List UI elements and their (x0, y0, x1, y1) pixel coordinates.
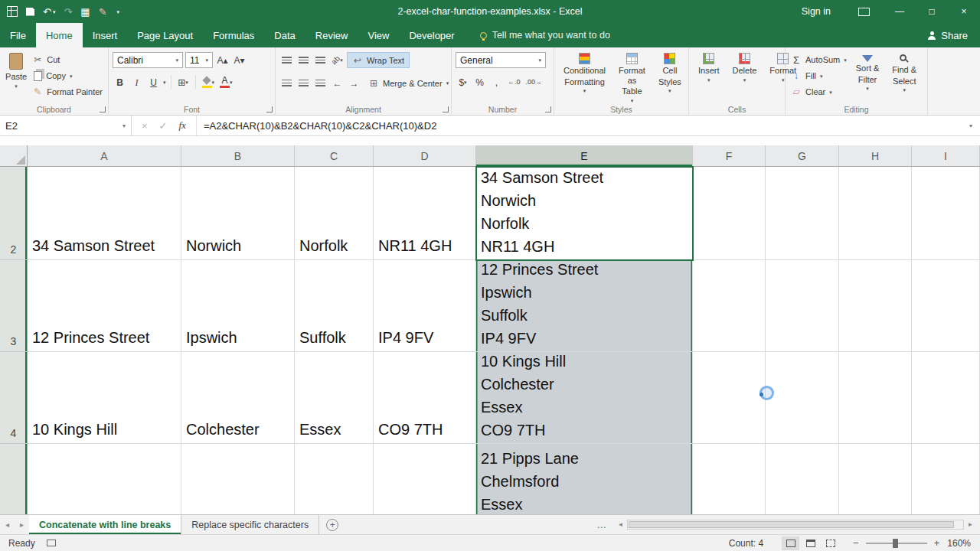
tab-developer[interactable]: Developer (399, 23, 464, 47)
format-as-table-button[interactable]: Format as Table ▾ (613, 50, 651, 103)
cell-b4[interactable]: Colchester (181, 352, 295, 444)
cell-c2[interactable]: Norfolk (295, 167, 374, 260)
cell-h4[interactable] (839, 352, 912, 444)
cell-d5[interactable] (374, 444, 476, 514)
increase-font-size-button[interactable]: A▴ (215, 53, 230, 67)
new-sheet-button[interactable]: + (319, 515, 345, 534)
display-settings-icon[interactable] (858, 8, 870, 16)
align-left-button[interactable] (279, 76, 294, 90)
align-bottom-button[interactable] (313, 53, 328, 67)
column-header-d[interactable]: D (374, 145, 476, 167)
merge-center-button[interactable]: ⊞Merge & Center▾ (364, 75, 453, 91)
zoom-in-button[interactable]: + (934, 537, 940, 549)
tab-review[interactable]: Review (305, 23, 358, 47)
tab-insert[interactable]: Insert (83, 23, 128, 47)
tab-formulas[interactable]: Formulas (203, 23, 264, 47)
cell-f5[interactable] (693, 444, 766, 514)
increase-decimal-button[interactable]: ←.0 (506, 75, 522, 90)
cell-g5[interactable] (766, 444, 839, 514)
increase-indent-button[interactable]: → (347, 76, 361, 90)
column-header-f[interactable]: F (693, 145, 766, 167)
zoom-slider-thumb[interactable] (893, 539, 898, 548)
cell-styles-button[interactable]: Cell Styles ▾ (653, 50, 687, 103)
column-header-e[interactable]: E (476, 145, 693, 167)
font-name-select[interactable]: Calibri▾ (113, 52, 183, 68)
cell-c3[interactable]: Suffolk (295, 260, 374, 352)
insert-function-icon[interactable]: fx (179, 119, 186, 132)
enter-icon[interactable]: ✓ (159, 120, 168, 132)
sheet-tab-concatenate[interactable]: Concatenate with line breaks (29, 515, 181, 534)
cell-b3[interactable]: Ipswich (181, 260, 295, 352)
cell-d4[interactable]: CO9 7TH (374, 352, 476, 444)
orientation-button[interactable]: ab▾ (330, 53, 345, 67)
cell-e2-active[interactable]: 34 Samson Street Norwich Norfolk NR11 4G… (476, 167, 693, 260)
cut-button[interactable]: ✂Cut (31, 54, 104, 66)
scrollbar-track[interactable] (627, 520, 964, 530)
autosum-button[interactable]: ΣAutoSum▾ (789, 54, 848, 66)
paste-button[interactable]: Paste ▾ (4, 50, 28, 103)
zoom-level[interactable]: 160% (947, 538, 980, 549)
sign-in-link[interactable]: Sign in (788, 6, 844, 17)
inking-button[interactable]: ✎ (99, 7, 107, 17)
tab-home[interactable]: Home (36, 23, 83, 47)
cell-e4[interactable]: 10 Kings Hill Colchester Essex CO9 7TH (476, 352, 693, 444)
clipboard-dialog-launcher-icon[interactable] (100, 106, 106, 112)
cell-f3[interactable] (693, 260, 766, 352)
excel-app-icon[interactable] (7, 6, 18, 17)
tab-scroll-right-icon[interactable]: ▸ (15, 515, 29, 534)
cell-c5[interactable] (295, 444, 374, 514)
row-header-3[interactable]: 3 (0, 260, 28, 352)
font-size-select[interactable]: 11▾ (185, 52, 213, 68)
fill-color-button[interactable]: ▾ (201, 75, 217, 90)
fill-button[interactable]: ↓Fill▾ (789, 70, 848, 82)
copy-button[interactable]: Copy▾ (31, 70, 104, 82)
name-box[interactable]: E2 ▾ (0, 116, 132, 135)
maximize-button[interactable]: □ (916, 0, 948, 23)
alignment-dialog-launcher-icon[interactable] (443, 106, 449, 112)
sort-filter-button[interactable]: Sort & Filter ▾ (851, 50, 885, 103)
horizontal-scrollbar[interactable]: ◄ ► (614, 515, 980, 534)
align-center-button[interactable] (296, 76, 311, 90)
wrap-text-button[interactable]: ↩Wrap Text (347, 52, 410, 68)
cell-e5[interactable]: 21 Pipps Lane Chelmsford Essex (476, 444, 693, 514)
clear-button[interactable]: ▱Clear▾ (789, 86, 848, 98)
page-break-view-button[interactable] (822, 536, 839, 550)
column-header-a[interactable]: A (28, 145, 181, 167)
tell-me-box[interactable]: Tell me what you want to do (480, 23, 610, 47)
page-layout-view-button[interactable] (802, 536, 819, 550)
tab-file[interactable]: File (0, 23, 36, 47)
cell-d3[interactable]: IP4 9FV (374, 260, 476, 352)
comma-style-button[interactable]: , (489, 75, 504, 90)
scroll-right-icon[interactable]: ► (964, 521, 977, 528)
align-top-button[interactable] (279, 53, 294, 67)
cell-i5[interactable] (912, 444, 980, 514)
decrease-indent-button[interactable]: ← (330, 76, 345, 90)
macro-record-icon[interactable] (47, 540, 56, 546)
italic-button[interactable]: I (129, 75, 144, 90)
scrollbar-thumb[interactable] (629, 521, 954, 528)
column-header-b[interactable]: B (181, 145, 295, 167)
find-select-button[interactable]: Find & Select ▾ (887, 50, 922, 103)
sheet-tab-replace[interactable]: Replace specific characters (181, 515, 319, 534)
font-color-button[interactable]: A▾ (218, 75, 234, 90)
cell-e3[interactable]: 12 Princes Street Ipswich Suffolk IP4 9F… (476, 260, 693, 352)
minimize-button[interactable]: — (884, 0, 916, 23)
percent-style-button[interactable]: % (472, 75, 487, 90)
column-header-h[interactable]: H (839, 145, 912, 167)
cell-g2[interactable] (766, 167, 839, 260)
row-header-5[interactable]: 5 (0, 444, 28, 514)
name-box-caret-icon[interactable]: ▾ (122, 122, 126, 129)
accounting-format-button[interactable]: $▾ (456, 75, 470, 90)
tab-scroll-left-icon[interactable]: ◂ (0, 515, 15, 534)
cell-g3[interactable] (766, 260, 839, 352)
conditional-formatting-button[interactable]: Conditional Formatting ▾ (558, 50, 611, 103)
expand-formula-bar-icon[interactable]: ▾ (962, 116, 980, 135)
cell-f2[interactable] (693, 167, 766, 260)
number-format-select[interactable]: General▾ (456, 52, 546, 68)
underline-button[interactable]: U (146, 75, 161, 90)
underline-caret-icon[interactable]: ▾ (163, 80, 166, 85)
share-button[interactable]: Share (928, 23, 980, 47)
touch-mode-button[interactable]: ▦ (80, 7, 90, 17)
cell-a5[interactable] (28, 444, 181, 514)
decrease-decimal-button[interactable]: .00→ (524, 75, 544, 90)
